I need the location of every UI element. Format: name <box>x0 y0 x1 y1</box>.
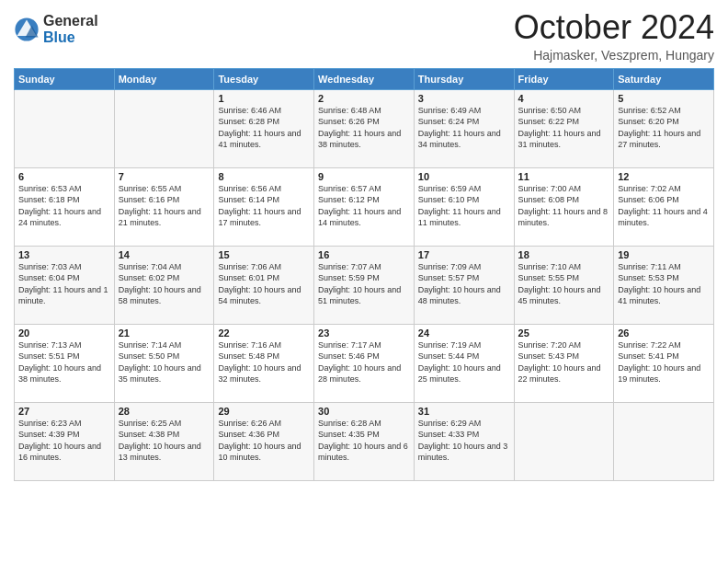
month-title: October 2024 <box>514 9 714 46</box>
saturday-header: Saturday <box>614 68 714 89</box>
calendar-cell: 21Sunrise: 7:14 AM Sunset: 5:50 PM Dayli… <box>114 324 214 402</box>
day-number: 3 <box>418 93 510 104</box>
day-info: Sunrise: 7:00 AM Sunset: 6:08 PM Dayligh… <box>518 183 610 229</box>
day-info: Sunrise: 6:23 AM Sunset: 4:39 PM Dayligh… <box>18 418 110 464</box>
calendar-cell: 3Sunrise: 6:49 AM Sunset: 6:24 PM Daylig… <box>414 89 514 167</box>
day-info: Sunrise: 7:22 AM Sunset: 5:41 PM Dayligh… <box>618 339 710 385</box>
day-number: 7 <box>119 171 210 182</box>
calendar-cell: 10Sunrise: 6:59 AM Sunset: 6:10 PM Dayli… <box>414 167 514 246</box>
day-number: 22 <box>218 327 310 339</box>
calendar-cell: 18Sunrise: 7:10 AM Sunset: 5:55 PM Dayli… <box>514 246 614 324</box>
calendar-header: General Blue October 2024 Hajmasker, Ves… <box>14 9 714 63</box>
calendar-cell: 13Sunrise: 7:03 AM Sunset: 6:04 PM Dayli… <box>15 246 115 324</box>
day-number: 20 <box>18 327 110 339</box>
day-number: 6 <box>18 171 110 182</box>
day-number: 26 <box>618 327 710 339</box>
friday-header: Friday <box>514 68 614 89</box>
day-info: Sunrise: 6:56 AM Sunset: 6:14 PM Dayligh… <box>218 183 310 229</box>
monday-header: Monday <box>114 68 214 89</box>
day-info: Sunrise: 7:20 AM Sunset: 5:43 PM Dayligh… <box>518 339 610 385</box>
calendar-cell: 14Sunrise: 7:04 AM Sunset: 6:02 PM Dayli… <box>114 246 214 324</box>
tuesday-header: Tuesday <box>214 68 314 89</box>
calendar-cell <box>15 89 115 167</box>
day-number: 9 <box>318 171 410 182</box>
day-info: Sunrise: 7:07 AM Sunset: 5:59 PM Dayligh… <box>318 261 410 307</box>
calendar-week-3: 13Sunrise: 7:03 AM Sunset: 6:04 PM Dayli… <box>15 246 714 324</box>
calendar-cell: 26Sunrise: 7:22 AM Sunset: 5:41 PM Dayli… <box>614 324 714 402</box>
day-info: Sunrise: 7:16 AM Sunset: 5:48 PM Dayligh… <box>218 339 310 385</box>
location-subtitle: Hajmasker, Veszprem, Hungary <box>514 48 714 63</box>
day-number: 28 <box>119 406 210 417</box>
calendar-cell: 16Sunrise: 7:07 AM Sunset: 5:59 PM Dayli… <box>314 246 415 324</box>
calendar-cell: 17Sunrise: 7:09 AM Sunset: 5:57 PM Dayli… <box>414 246 514 324</box>
day-info: Sunrise: 7:13 AM Sunset: 5:51 PM Dayligh… <box>18 339 110 385</box>
day-number: 19 <box>618 249 710 260</box>
day-number: 8 <box>218 171 310 182</box>
day-number: 4 <box>518 93 610 104</box>
day-info: Sunrise: 6:49 AM Sunset: 6:24 PM Dayligh… <box>418 105 510 151</box>
wednesday-header: Wednesday <box>314 68 415 89</box>
day-number: 14 <box>119 249 210 260</box>
days-of-week-row: Sunday Monday Tuesday Wednesday Thursday… <box>15 68 714 89</box>
day-number: 25 <box>518 327 610 339</box>
calendar-cell: 23Sunrise: 7:17 AM Sunset: 5:46 PM Dayli… <box>314 324 415 402</box>
day-info: Sunrise: 6:25 AM Sunset: 4:38 PM Dayligh… <box>119 418 210 464</box>
calendar-week-5: 27Sunrise: 6:23 AM Sunset: 4:39 PM Dayli… <box>15 402 714 480</box>
calendar-cell: 6Sunrise: 6:53 AM Sunset: 6:18 PM Daylig… <box>15 167 115 246</box>
calendar-cell: 12Sunrise: 7:02 AM Sunset: 6:06 PM Dayli… <box>614 167 714 246</box>
day-number: 10 <box>418 171 510 182</box>
day-info: Sunrise: 6:48 AM Sunset: 6:26 PM Dayligh… <box>318 105 410 151</box>
day-number: 16 <box>318 249 410 260</box>
calendar-cell: 28Sunrise: 6:25 AM Sunset: 4:38 PM Dayli… <box>114 402 214 480</box>
day-info: Sunrise: 7:02 AM Sunset: 6:06 PM Dayligh… <box>618 183 710 229</box>
day-info: Sunrise: 7:03 AM Sunset: 6:04 PM Dayligh… <box>18 261 110 307</box>
day-number: 12 <box>618 171 710 182</box>
day-number: 5 <box>618 93 710 104</box>
calendar-cell: 5Sunrise: 6:52 AM Sunset: 6:20 PM Daylig… <box>614 89 714 167</box>
day-number: 21 <box>119 327 210 339</box>
calendar-container: General Blue October 2024 Hajmasker, Ves… <box>0 0 728 490</box>
day-info: Sunrise: 6:29 AM Sunset: 4:33 PM Dayligh… <box>418 418 510 464</box>
day-info: Sunrise: 7:09 AM Sunset: 5:57 PM Dayligh… <box>418 261 510 307</box>
day-info: Sunrise: 6:52 AM Sunset: 6:20 PM Dayligh… <box>618 105 710 151</box>
day-info: Sunrise: 7:04 AM Sunset: 6:02 PM Dayligh… <box>119 261 210 307</box>
day-info: Sunrise: 6:26 AM Sunset: 4:36 PM Dayligh… <box>218 418 310 464</box>
day-number: 31 <box>418 406 510 417</box>
thursday-header: Thursday <box>414 68 514 89</box>
day-number: 27 <box>18 406 110 417</box>
calendar-week-4: 20Sunrise: 7:13 AM Sunset: 5:51 PM Dayli… <box>15 324 714 402</box>
calendar-header-row: Sunday Monday Tuesday Wednesday Thursday… <box>15 68 714 89</box>
day-info: Sunrise: 6:46 AM Sunset: 6:28 PM Dayligh… <box>218 105 310 151</box>
day-number: 30 <box>318 406 410 417</box>
calendar-cell: 15Sunrise: 7:06 AM Sunset: 6:01 PM Dayli… <box>214 246 314 324</box>
day-number: 2 <box>318 93 410 104</box>
day-info: Sunrise: 6:28 AM Sunset: 4:35 PM Dayligh… <box>318 418 410 464</box>
calendar-cell: 2Sunrise: 6:48 AM Sunset: 6:26 PM Daylig… <box>314 89 415 167</box>
calendar-cell: 7Sunrise: 6:55 AM Sunset: 6:16 PM Daylig… <box>114 167 214 246</box>
calendar-cell: 19Sunrise: 7:11 AM Sunset: 5:53 PM Dayli… <box>614 246 714 324</box>
day-number: 24 <box>418 327 510 339</box>
calendar-cell: 25Sunrise: 7:20 AM Sunset: 5:43 PM Dayli… <box>514 324 614 402</box>
day-info: Sunrise: 7:11 AM Sunset: 5:53 PM Dayligh… <box>618 261 710 307</box>
day-info: Sunrise: 7:17 AM Sunset: 5:46 PM Dayligh… <box>318 339 410 385</box>
day-number: 1 <box>218 93 310 104</box>
calendar-cell: 31Sunrise: 6:29 AM Sunset: 4:33 PM Dayli… <box>414 402 514 480</box>
calendar-cell: 22Sunrise: 7:16 AM Sunset: 5:48 PM Dayli… <box>214 324 314 402</box>
calendar-cell: 9Sunrise: 6:57 AM Sunset: 6:12 PM Daylig… <box>314 167 415 246</box>
day-number: 29 <box>218 406 310 417</box>
day-info: Sunrise: 7:14 AM Sunset: 5:50 PM Dayligh… <box>119 339 210 385</box>
calendar-cell: 1Sunrise: 6:46 AM Sunset: 6:28 PM Daylig… <box>214 89 314 167</box>
calendar-cell: 8Sunrise: 6:56 AM Sunset: 6:14 PM Daylig… <box>214 167 314 246</box>
logo-text: General Blue <box>43 13 98 45</box>
calendar-week-1: 1Sunrise: 6:46 AM Sunset: 6:28 PM Daylig… <box>15 89 714 167</box>
day-number: 11 <box>518 171 610 182</box>
sunday-header: Sunday <box>15 68 115 89</box>
day-info: Sunrise: 6:55 AM Sunset: 6:16 PM Dayligh… <box>119 183 210 229</box>
calendar-cell: 24Sunrise: 7:19 AM Sunset: 5:44 PM Dayli… <box>414 324 514 402</box>
day-info: Sunrise: 7:19 AM Sunset: 5:44 PM Dayligh… <box>418 339 510 385</box>
calendar-cell: 30Sunrise: 6:28 AM Sunset: 4:35 PM Dayli… <box>314 402 415 480</box>
day-info: Sunrise: 7:06 AM Sunset: 6:01 PM Dayligh… <box>218 261 310 307</box>
day-info: Sunrise: 6:59 AM Sunset: 6:10 PM Dayligh… <box>418 183 510 229</box>
calendar-cell: 4Sunrise: 6:50 AM Sunset: 6:22 PM Daylig… <box>514 89 614 167</box>
title-area: October 2024 Hajmasker, Veszprem, Hungar… <box>514 9 714 63</box>
